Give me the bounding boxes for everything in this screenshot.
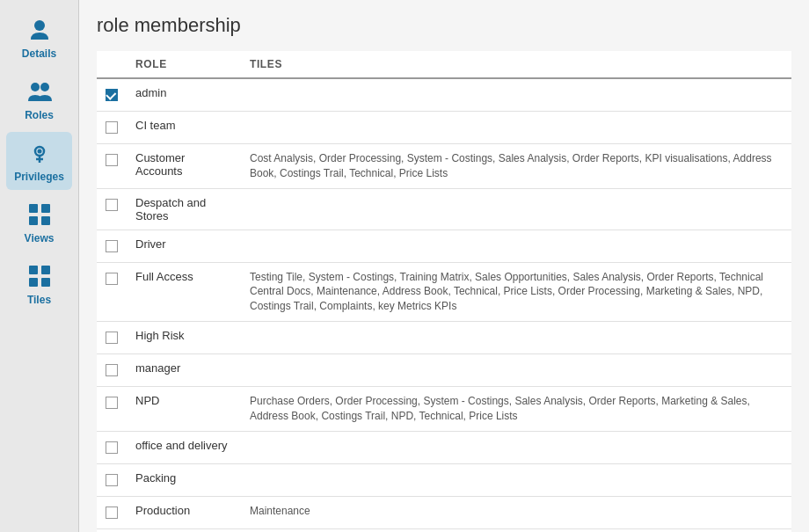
role-checkbox[interactable]	[106, 441, 118, 454]
role-checkbox[interactable]	[106, 397, 118, 409]
tiles-cell: Maintenance	[241, 496, 791, 528]
role-name: CI team	[135, 119, 176, 132]
sidebar-item-privileges[interactable]: Privileges	[6, 132, 72, 190]
role-checkbox[interactable]	[106, 199, 118, 211]
svg-point-4	[37, 149, 41, 154]
sidebar-item-roles[interactable]: Roles	[6, 70, 72, 128]
table-row: office and delivery	[97, 431, 791, 463]
tiles-cell: Purchase Orders, Order Processing, Syste…	[241, 386, 791, 431]
role-name-cell: Packing	[127, 463, 241, 496]
role-table: ROLE TILES adminCI teamCustomer Accounts…	[97, 51, 791, 532]
table-row: Driver	[97, 230, 791, 262]
role-name-cell: office and delivery	[127, 431, 241, 463]
svg-rect-12	[41, 266, 50, 274]
checkbox-cell	[97, 386, 127, 431]
tiles-cell: Testing Tile, System - Costings, Trainin…	[241, 262, 791, 321]
table-row: manager	[97, 353, 791, 386]
role-name-cell: Despatch and Stores	[127, 188, 241, 230]
role-checkbox[interactable]	[106, 506, 118, 519]
checkbox-cell	[97, 463, 127, 496]
tiles-text: Testing Tile, System - Costings, Trainin…	[250, 271, 763, 313]
tiles-cell	[241, 230, 791, 262]
tiles-text: Maintenance	[250, 505, 310, 517]
table-row: Despatch and Stores	[97, 188, 791, 230]
checkbox-cell	[97, 78, 127, 112]
role-name-cell: manager	[127, 353, 241, 386]
views-icon	[26, 200, 54, 229]
tiles-cell	[241, 321, 791, 353]
table-row: ProductionMaintenance	[97, 496, 791, 528]
role-name-cell: Production	[127, 496, 241, 528]
checkbox-cell	[97, 353, 127, 386]
col-header-check	[97, 51, 127, 78]
tiles-cell	[241, 112, 791, 144]
svg-rect-10	[41, 216, 50, 225]
role-name: Packing	[135, 471, 176, 485]
role-name-cell: Driver	[127, 230, 241, 262]
sidebar-item-tiles-label: Tiles	[27, 294, 51, 306]
role-name-cell: Sales	[127, 528, 241, 532]
table-row: Packing	[97, 463, 791, 496]
role-name: Despatch and Stores	[135, 196, 206, 222]
checkbox-cell	[97, 144, 127, 189]
table-row: High Risk	[97, 321, 791, 353]
sidebar-item-views[interactable]: Views	[6, 193, 72, 251]
checkbox-cell	[97, 528, 127, 532]
checkbox-cell	[97, 321, 127, 353]
role-checkbox[interactable]	[106, 273, 118, 285]
checkbox-cell	[97, 431, 127, 463]
role-name: Full Access	[135, 270, 193, 283]
role-name-cell: High Risk	[127, 321, 241, 353]
role-name: admin	[135, 86, 166, 99]
svg-rect-13	[29, 278, 38, 287]
roles-icon	[26, 77, 54, 106]
checkbox-cell	[97, 496, 127, 528]
tiles-cell	[241, 353, 791, 386]
role-name-cell: Customer Accounts	[127, 144, 241, 189]
svg-rect-14	[41, 278, 50, 287]
role-checkbox[interactable]	[106, 154, 118, 166]
role-name-cell: CI team	[127, 112, 241, 144]
table-row: Customer AccountsCost Analysis, Order Pr…	[97, 144, 791, 189]
role-name: NPD	[135, 394, 159, 407]
svg-point-1	[31, 83, 40, 91]
svg-point-2	[40, 83, 49, 91]
checkbox-cell	[97, 112, 127, 144]
role-checkbox[interactable]	[106, 121, 118, 134]
svg-point-0	[34, 20, 45, 31]
role-checkbox[interactable]	[106, 332, 118, 344]
svg-rect-11	[29, 266, 38, 274]
role-name: manager	[135, 361, 180, 375]
tiles-cell	[241, 431, 791, 463]
role-name: High Risk	[135, 329, 185, 342]
role-name-cell: NPD	[127, 386, 241, 431]
checkbox-cell	[97, 188, 127, 230]
tiles-cell	[241, 78, 791, 112]
col-header-role: ROLE	[127, 51, 241, 78]
role-checkbox[interactable]	[106, 364, 118, 376]
table-row: SalesSales Analysis, Marketing & Sales, …	[97, 528, 791, 532]
sidebar: Details Roles Privileges	[0, 0, 79, 532]
main-content: role membership ROLE TILES adminCI teamC…	[79, 0, 809, 532]
svg-rect-9	[29, 216, 38, 225]
tiles-cell: Sales Analysis, Marketing & Sales, Addre…	[241, 528, 791, 532]
privileges-icon	[26, 139, 54, 167]
tiles-text: Cost Analysis, Order Processing, System …	[250, 152, 772, 179]
table-row: admin	[97, 78, 791, 112]
role-name: Customer Accounts	[135, 151, 185, 178]
tiles-icon	[26, 262, 54, 290]
sidebar-item-roles-label: Roles	[25, 109, 54, 121]
role-checkbox[interactable]	[106, 89, 118, 101]
role-checkbox[interactable]	[106, 474, 118, 486]
page-title: role membership	[97, 14, 791, 37]
sidebar-item-details-label: Details	[22, 47, 56, 60]
svg-rect-7	[29, 204, 38, 213]
role-name: Production	[135, 504, 190, 517]
sidebar-item-tiles[interactable]: Tiles	[6, 255, 72, 313]
checkbox-cell	[97, 262, 127, 321]
col-header-tiles: TILES	[241, 51, 791, 78]
role-name: Driver	[135, 237, 166, 251]
role-checkbox[interactable]	[106, 240, 118, 252]
sidebar-item-details[interactable]: Details	[6, 9, 72, 67]
table-row: NPDPurchase Orders, Order Processing, Sy…	[97, 386, 791, 431]
